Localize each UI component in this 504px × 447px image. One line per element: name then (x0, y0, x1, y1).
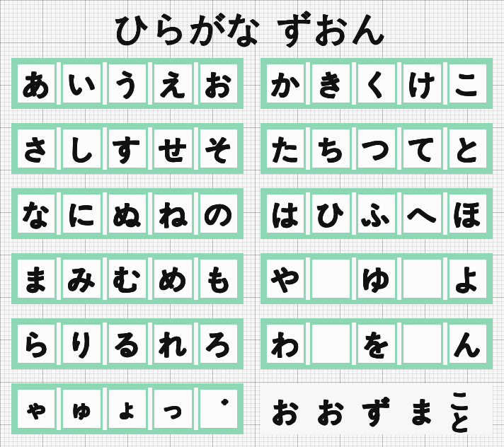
row-small-kana: ゃ ゅ ょ っ ゛ (11, 383, 244, 434)
kana-cell: ゆ (356, 257, 397, 300)
kana-cell: な (16, 192, 57, 235)
kana-cell: と (447, 127, 488, 170)
kana-cell: む (107, 257, 148, 300)
kana-cell: る (107, 323, 148, 365)
row-wa: わ を ん (260, 318, 493, 369)
hiragana-grid: あ い う え お か き く け こ さ し す せ そ た ち つ て と … (11, 58, 493, 439)
kana-cell: へ (401, 192, 442, 235)
kana-cell: わ (265, 323, 306, 365)
kana-cell: た (265, 127, 306, 170)
kana-cell: め (152, 257, 193, 300)
kana-cell: に (61, 192, 102, 235)
row-credit: お お ず ま こと (260, 383, 493, 434)
kana-cell: き (310, 62, 351, 105)
kana-cell: れ (152, 323, 193, 365)
row-na: な に ぬ ね の (11, 188, 244, 239)
kana-cell: く (356, 62, 397, 105)
kana-cell: さ (16, 127, 57, 170)
kana-cell: ふ (356, 192, 397, 235)
row-ka: か き く け こ (260, 58, 493, 109)
credit-cell: ま (401, 388, 442, 434)
kana-cell: こ (447, 62, 488, 105)
credit-cell: お (265, 388, 306, 434)
kana-cell: り (61, 323, 102, 365)
kana-cell: す (107, 127, 148, 170)
kana-cell: て (401, 127, 442, 170)
kana-cell: や (265, 257, 306, 300)
kana-cell: ね (152, 192, 193, 235)
kana-cell: い (61, 62, 102, 105)
kana-cell: そ (198, 127, 239, 170)
kana-cell: ほ (447, 192, 488, 235)
kana-cell: ら (16, 323, 57, 365)
kana-cell: お (198, 62, 239, 105)
credit-cell: ず (356, 388, 397, 434)
kana-cell: か (265, 62, 306, 105)
kana-cell: ゅ (61, 388, 102, 430)
kana-cell-empty (310, 323, 351, 365)
kana-cell-empty (401, 257, 442, 300)
row-a: あ い う え お (11, 58, 244, 109)
kana-cell: ゃ (16, 388, 57, 430)
kana-cell: ょ (107, 388, 148, 430)
kana-cell: ま (16, 257, 57, 300)
kana-cell: ぬ (107, 192, 148, 235)
kana-cell: し (61, 127, 102, 170)
row-ta: た ち つ て と (260, 123, 493, 174)
row-sa: さ し す せ そ (11, 123, 244, 174)
kana-cell: う (107, 62, 148, 105)
kana-cell: せ (152, 127, 193, 170)
kana-cell: よ (447, 257, 488, 300)
kana-cell: ひ (310, 192, 351, 235)
kana-cell: は (265, 192, 306, 235)
kana-cell-empty (401, 323, 442, 365)
kana-cell: も (198, 257, 239, 300)
kana-cell: あ (16, 62, 57, 105)
credit-cell: お (310, 388, 351, 434)
row-ma: ま み む め も (11, 253, 244, 304)
credit-cell: こと (447, 388, 488, 434)
row-ha: は ひ ふ へ ほ (260, 188, 493, 239)
kana-cell: っ (152, 388, 193, 430)
kana-cell: ろ (198, 323, 239, 365)
kana-cell: の (198, 192, 239, 235)
row-ra: ら り る れ ろ (11, 318, 244, 369)
kana-cell: ち (310, 127, 351, 170)
chart-title: ひらがな ずおん (11, 6, 493, 51)
kana-cell-empty (310, 257, 351, 300)
kana-cell: ゛ (198, 388, 239, 430)
kana-cell: け (401, 62, 442, 105)
kana-cell: を (356, 323, 397, 365)
kana-cell: ん (447, 323, 488, 365)
kana-cell: え (152, 62, 193, 105)
kana-cell: み (61, 257, 102, 300)
row-ya: や ゆ よ (260, 253, 493, 304)
kana-cell: つ (356, 127, 397, 170)
